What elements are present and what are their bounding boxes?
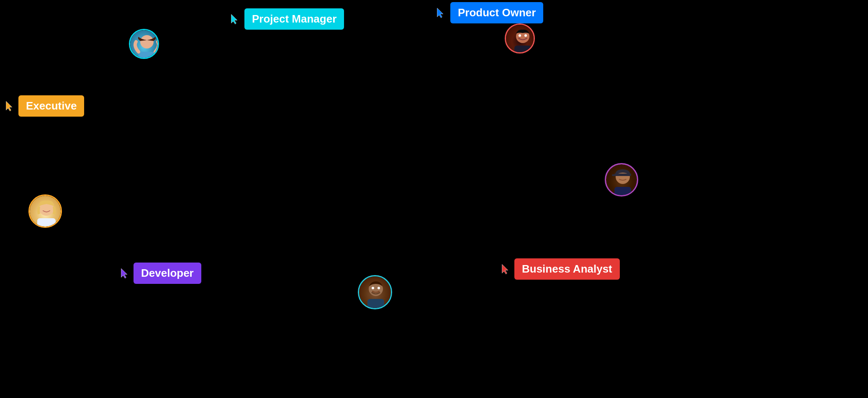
person-right-mid-avatar	[606, 164, 637, 195]
executive-node: Executive	[4, 95, 84, 117]
svg-point-0	[140, 35, 154, 48]
cursor-icon	[229, 13, 241, 25]
svg-point-15	[378, 287, 380, 289]
svg-rect-11	[612, 174, 620, 176]
svg-rect-1	[139, 52, 155, 58]
svg-point-5	[524, 34, 527, 37]
project-manager-badge: Project Manager	[244, 8, 344, 30]
svg-rect-7	[37, 218, 56, 227]
svg-point-14	[372, 287, 374, 289]
executive-badge: Executive	[18, 95, 84, 117]
svg-point-4	[519, 34, 521, 37]
person-bottom-center-node	[358, 275, 392, 309]
developer-node: Developer	[119, 263, 201, 284]
business-analyst-node: Business Analyst	[500, 258, 620, 280]
person-bottom-center-avatar	[359, 276, 391, 308]
product-owner-badge: Product Owner	[450, 2, 543, 23]
product-owner-node: Product Owner	[435, 2, 543, 54]
product-owner-avatar	[506, 25, 534, 52]
business-analyst-badge: Business Analyst	[514, 258, 620, 280]
developer-cursor-icon	[119, 268, 131, 279]
executive-cursor-icon	[4, 100, 16, 112]
person-left-bottom-avatar	[30, 196, 61, 227]
developer-badge: Developer	[134, 263, 201, 284]
svg-rect-3	[514, 46, 531, 52]
business-analyst-cursor-icon	[500, 263, 512, 275]
project-manager-avatar	[130, 30, 158, 58]
person-left-bottom-node	[28, 194, 62, 228]
svg-rect-13	[367, 299, 384, 308]
project-manager-node: Project Manager	[129, 8, 344, 59]
svg-rect-9	[614, 187, 631, 195]
product-owner-cursor-icon	[435, 7, 447, 19]
person-right-mid-node	[605, 163, 638, 196]
